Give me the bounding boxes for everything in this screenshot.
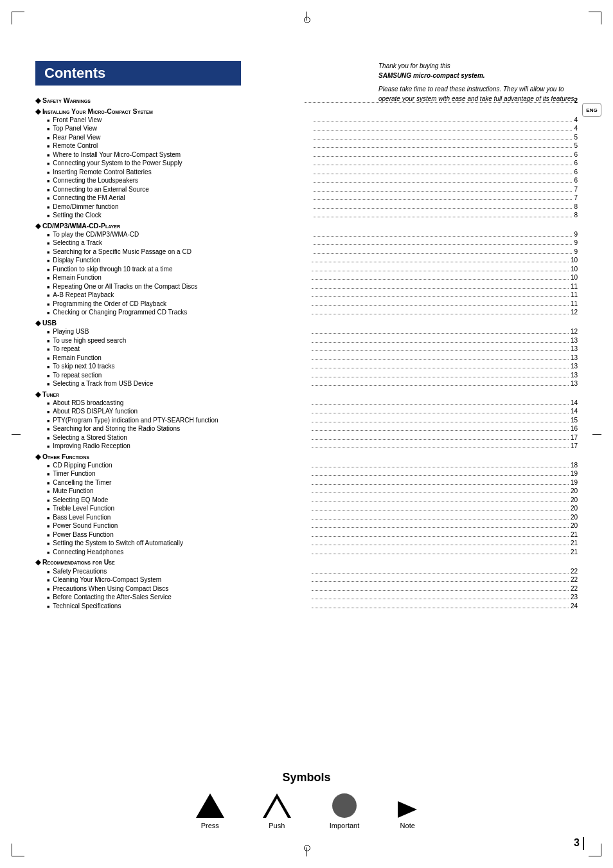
bullet-icon: ■: [47, 249, 49, 255]
bullet-icon: ■: [47, 401, 49, 406]
bullet-icon: ■: [47, 595, 49, 601]
symbols-title: Symbols: [0, 771, 613, 784]
bullet-icon: ■: [47, 586, 49, 592]
toc-item: ■Display Function10: [35, 256, 578, 265]
bullet-icon: ■: [47, 480, 49, 486]
toc-item: ■Connecting to an External Source7: [35, 185, 578, 194]
bullet-icon: ■: [47, 284, 49, 290]
bullet-icon: ■: [47, 435, 49, 441]
toc-item: ■Function to skip through 10 track at a …: [35, 265, 578, 274]
toc-item: ■Connecting the Loudspeakers6: [35, 176, 578, 185]
toc-section-cd: ◆ CD/MP3/WMA-CD-Player■To play the CD/MP…: [35, 221, 578, 317]
note-icon: [398, 801, 417, 818]
crosshair-top: [306, 12, 307, 21]
bullet-icon: ■: [47, 135, 49, 141]
corner-mark-tr: [589, 12, 601, 24]
toc-section-installing: ◆ Installing Your Micro-Compact System■F…: [35, 107, 578, 220]
toc-item: ■About RDS DISPLAY function14: [35, 407, 578, 416]
bullet-icon: ■: [47, 489, 49, 494]
toc-item: ■Repeating One or All Tracks on the Comp…: [35, 282, 578, 291]
toc-section-header-tuner: ◆ Tuner: [35, 390, 578, 399]
toc-item: ■To repeat section13: [35, 371, 578, 380]
toc-item: ■Playing USB12: [35, 327, 578, 336]
toc-item: ■To skip next 10 tracks13: [35, 362, 578, 371]
toc-item: ■Power Bass Function21: [35, 530, 578, 539]
bullet-icon: ■: [47, 356, 49, 361]
bullet-icon: ■: [47, 143, 49, 149]
toc-item: ■Where to Install Your Micro-Compact Sys…: [35, 150, 578, 159]
toc-item: ■Remain Function10: [35, 273, 578, 282]
bullet-icon: ■: [47, 310, 49, 316]
toc-item: ■Remote Control5: [35, 141, 578, 150]
toc-section-header-other: ◆ Other Functions: [35, 452, 578, 461]
push-label: Push: [269, 822, 285, 829]
toc-item: ■Safety Precautions22: [35, 567, 578, 576]
toc-item: ■Technical Specifications24: [35, 602, 578, 611]
bullet-icon: ■: [47, 569, 49, 575]
bullet-icon: ■: [47, 204, 49, 210]
bullet-icon: ■: [47, 506, 49, 512]
toc-item: ■Setting the System to Switch off Automa…: [35, 539, 578, 548]
toc-item: ■Mute Function20: [35, 487, 578, 496]
important-icon: [332, 793, 357, 818]
bullet-icon: ■: [47, 152, 49, 158]
toc-item: ■CD Ripping Function18: [35, 461, 578, 470]
toc-section-usb: ◆ USB■Playing USB12■To use high speed se…: [35, 318, 578, 388]
bullet-icon: ■: [47, 329, 49, 335]
table-of-contents: ◆ Safety Warnings2◆ Installing Your Micr…: [35, 96, 578, 610]
note-label: Note: [400, 822, 415, 829]
bullet-icon: ■: [47, 418, 49, 424]
bullet-icon: ■: [47, 541, 49, 547]
bullet-icon: ■: [47, 240, 49, 246]
toc-item: ■Rear Panel View5: [35, 133, 578, 142]
toc-item: ■Setting the Clock8: [35, 211, 578, 220]
bullet-icon: ■: [47, 471, 49, 477]
bullet-icon: ■: [47, 170, 49, 176]
bullet-icon: ■: [47, 293, 49, 298]
contents-header: Contents: [35, 61, 241, 86]
toc-section-safety: ◆ Safety Warnings2: [35, 96, 578, 105]
bullet-icon: ■: [47, 444, 49, 449]
toc-section-other: ◆ Other Functions■CD Ripping Function18■…: [35, 452, 578, 557]
bullet-icon: ■: [47, 364, 49, 370]
bullet-icon: ■: [47, 463, 49, 469]
toc-section-header-installing: ◆ Installing Your Micro-Compact System: [35, 107, 578, 116]
bullet-icon: ■: [47, 213, 49, 219]
bullet-icon: ■: [47, 498, 49, 503]
bullet-icon: ■: [47, 347, 49, 352]
toc-item: ■Treble Level Function20: [35, 504, 578, 513]
bullet-icon: ■: [47, 338, 49, 344]
crosshair-right: [592, 434, 601, 435]
main-content: Contents ◆ Safety Warnings2◆ Installing …: [35, 61, 578, 817]
corner-mark-br: [589, 844, 601, 856]
corner-mark-bl: [12, 844, 24, 856]
toc-item: ■Connecting your System to the Power Sup…: [35, 159, 578, 168]
important-label: Important: [330, 822, 359, 829]
bullet-icon: ■: [47, 409, 49, 415]
toc-item: ■Demo/Dimmer function8: [35, 203, 578, 212]
toc-section-recommendations: ◆ Recommendations for Use■Safety Precaut…: [35, 557, 578, 610]
crosshair-bottom: [306, 847, 307, 856]
symbol-important: Important: [330, 793, 359, 829]
toc-item: ■Searching for and Storing the Radio Sta…: [35, 424, 578, 433]
bullet-icon: ■: [47, 161, 49, 167]
toc-item: ■Inserting Remote Control Batteries6: [35, 168, 578, 177]
toc-section-header-usb: ◆ USB: [35, 318, 578, 327]
symbols-section: Symbols Press Push Important: [0, 771, 613, 829]
bullet-icon: ■: [47, 604, 49, 610]
bullet-icon: ■: [47, 532, 49, 538]
bullet-icon: ■: [47, 232, 49, 238]
bullet-icon: ■: [47, 373, 49, 379]
toc-item: ■Timer Function19: [35, 469, 578, 478]
toc-item: ■Bass Level Function20: [35, 513, 578, 522]
bullet-icon: ■: [47, 381, 49, 387]
toc-item: ■Cleaning Your Micro-Compact System22: [35, 575, 578, 584]
toc-item: ■Front Panel View4: [35, 116, 578, 125]
bullet-icon: ■: [47, 515, 49, 521]
bullet-icon: ■: [47, 550, 49, 556]
bullet-icon: ■: [47, 267, 49, 273]
bullet-icon: ■: [47, 126, 49, 132]
bullet-icon: ■: [47, 195, 49, 201]
bullet-icon: ■: [47, 523, 49, 529]
toc-item: ■Power Sound Function20: [35, 521, 578, 530]
